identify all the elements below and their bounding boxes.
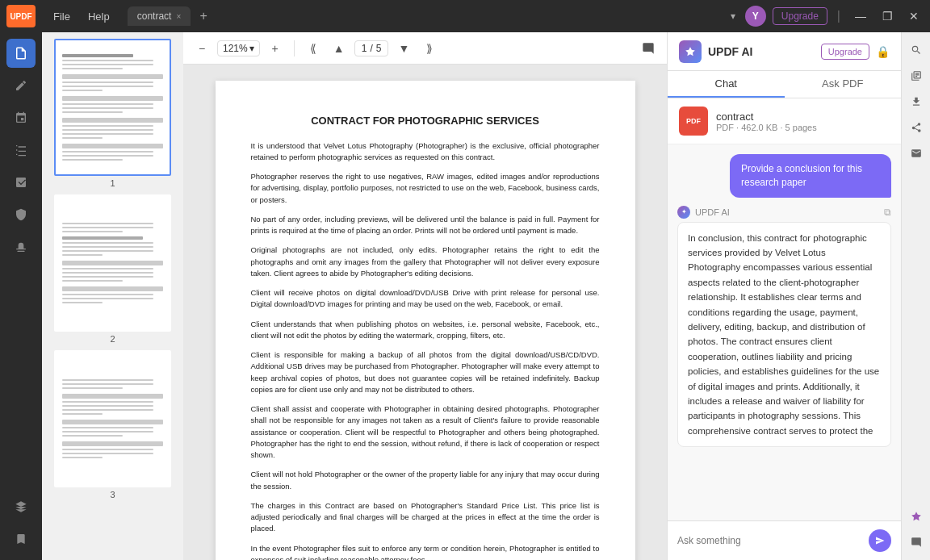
page-display: 1 / 5	[354, 40, 389, 56]
upgrade-button[interactable]: Upgrade	[773, 7, 827, 25]
ai-send-button[interactable]	[869, 529, 891, 552]
doc-para-8: Client will not hold Photographer or the…	[251, 469, 600, 492]
sidebar-icon-organize[interactable]	[6, 136, 36, 165]
tab-close-button[interactable]: ×	[176, 12, 181, 21]
doc-para-7: Client shall assist and cooperate with P…	[251, 403, 600, 461]
ai-upgrade-button[interactable]: Upgrade	[821, 44, 869, 60]
svg-rect-0	[16, 249, 26, 249]
rs-export-icon[interactable]	[905, 90, 928, 113]
ai-response-text: In conclusion, this contract for photogr…	[677, 222, 891, 447]
thumbnail-1[interactable]: 1	[48, 39, 177, 188]
menu-bar: File Help	[45, 7, 118, 26]
sidebar-icon-document[interactable]	[6, 39, 36, 68]
zoom-display[interactable]: 121% ▾	[217, 40, 260, 56]
tab-contract[interactable]: contract ×	[128, 6, 191, 26]
main-area: 1	[0, 32, 930, 560]
avatar[interactable]: Y	[745, 6, 766, 27]
close-button[interactable]: ✕	[904, 8, 924, 24]
doc-para-5: Client understands that when publishing …	[251, 319, 600, 342]
copy-icon[interactable]: ⧉	[884, 207, 891, 218]
sidebar-icon-annotate[interactable]	[6, 103, 36, 132]
rs-comment-icon[interactable]	[905, 531, 928, 554]
sidebar-icon-protect[interactable]	[6, 200, 36, 229]
new-tab-button[interactable]: +	[194, 6, 213, 26]
document-title: CONTRACT FOR PHOTOGRAPHIC SERVICES	[251, 113, 600, 129]
document-page-area: CONTRACT FOR PHOTOGRAPHIC SERVICES It is…	[183, 65, 667, 560]
thumbnail-3[interactable]: 3	[48, 350, 177, 499]
doc-para-9: The charges in this Contract are based o…	[251, 500, 600, 535]
zoom-in-button[interactable]: +	[265, 38, 286, 59]
prev-page-button[interactable]: ▲	[329, 38, 350, 59]
doc-para-10: In the event Photographer files suit to …	[251, 543, 600, 561]
menu-help[interactable]: Help	[80, 7, 118, 26]
maximize-button[interactable]: ❐	[878, 8, 898, 24]
ai-panel-header: UPDF AI Upgrade 🔒	[668, 32, 901, 71]
left-sidebar	[0, 32, 42, 560]
last-page-button[interactable]: ⟫	[419, 38, 440, 59]
toolbar: − 121% ▾ + ⟪ ▲ 1 / 5 ▼ ⟫	[183, 32, 667, 65]
user-message-bubble: Provide a conclusion for this research p…	[730, 154, 891, 198]
ai-response-label: UPDF AI	[695, 207, 730, 217]
sidebar-icon-convert[interactable]	[6, 168, 36, 197]
ai-panel-title: UPDF AI	[708, 45, 815, 58]
next-page-button[interactable]: ▼	[393, 38, 414, 59]
document-area: − 121% ▾ + ⟪ ▲ 1 / 5 ▼ ⟫ CONTRACT	[183, 32, 667, 560]
sidebar-icon-stamp[interactable]	[6, 232, 36, 261]
tab-bar: contract × +	[128, 6, 727, 26]
doc-para-6: Client is responsible for making a backu…	[251, 349, 600, 395]
lock-icon[interactable]: 🔒	[876, 45, 890, 58]
comment-button[interactable]	[638, 38, 659, 59]
rs-ocr-icon[interactable]	[905, 65, 928, 87]
doc-para-4: Client will receive photos on digital do…	[251, 287, 600, 311]
ai-logo	[679, 40, 702, 63]
ai-input-area	[668, 520, 901, 560]
rs-ai-icon[interactable]	[905, 505, 928, 528]
rs-share-icon[interactable]	[905, 116, 928, 139]
toolbar-divider	[294, 40, 295, 56]
file-name: contract	[716, 111, 817, 123]
titlebar-right: ▾ Y Upgrade | — ❐ ✕	[727, 6, 924, 27]
ai-chat-area: Provide a conclusion for this research p…	[668, 144, 901, 520]
doc-para-0: It is understood that Velvet Lotus Photo…	[251, 140, 600, 164]
titlebar: UPDF File Help contract × + ▾ Y Upgrade …	[0, 0, 930, 32]
svg-rect-1	[17, 251, 24, 252]
thumbnail-panel: 1	[42, 32, 183, 560]
ai-input-field[interactable]	[677, 535, 862, 546]
sidebar-icon-layers[interactable]	[6, 492, 36, 521]
ai-tabs: Chat Ask PDF	[668, 71, 901, 98]
tab-chat[interactable]: Chat	[668, 71, 785, 98]
rs-mail-icon[interactable]	[905, 142, 928, 165]
file-type-icon: PDF	[679, 107, 708, 136]
zoom-out-button[interactable]: −	[191, 38, 212, 59]
minimize-button[interactable]: —	[850, 8, 871, 24]
ai-dot: ✦	[677, 206, 690, 219]
rs-search-icon[interactable]	[905, 39, 928, 61]
doc-para-3: Original photographs are not included, o…	[251, 244, 600, 279]
tab-label: contract	[137, 10, 172, 22]
doc-para-1: Photographer reserves the right to use n…	[251, 171, 600, 206]
ai-response-container: ✦ UPDF AI ⧉ In conclusion, this contract…	[677, 206, 891, 447]
sidebar-icon-bookmark[interactable]	[6, 524, 36, 554]
file-meta: PDF · 462.0 KB · 5 pages	[716, 123, 817, 132]
ai-file-info: PDF contract PDF · 462.0 KB · 5 pages	[668, 98, 901, 144]
document-page: CONTRACT FOR PHOTOGRAPHIC SERVICES It is…	[216, 81, 635, 560]
app-logo: UPDF	[6, 5, 36, 27]
right-sidebar	[901, 32, 930, 560]
ai-panel: UPDF AI Upgrade 🔒 Chat Ask PDF PDF contr…	[667, 32, 901, 560]
first-page-button[interactable]: ⟪	[303, 38, 324, 59]
thumbnail-2[interactable]: 2	[48, 194, 177, 344]
nav-arrow[interactable]: ▾	[727, 9, 739, 23]
tab-ask-pdf[interactable]: Ask PDF	[785, 71, 902, 98]
doc-para-2: No part of any order, including previews…	[251, 214, 600, 237]
menu-file[interactable]: File	[45, 7, 78, 26]
sidebar-icon-edit[interactable]	[6, 71, 36, 100]
